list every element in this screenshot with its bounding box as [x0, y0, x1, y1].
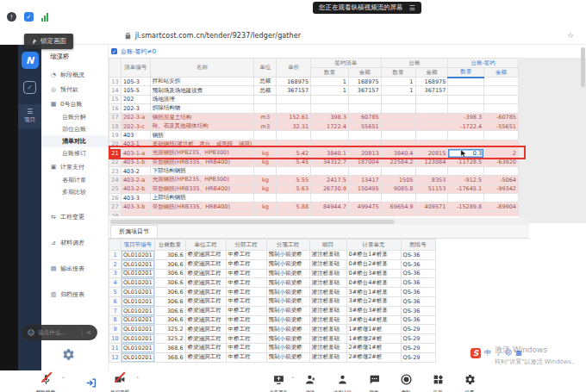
cell[interactable] — [415, 131, 448, 140]
url-text[interactable]: jl.smartcost.com.cn/tender/9237/ledger/g… — [135, 32, 301, 40]
cell[interactable]: QL010201 — [122, 251, 155, 260]
cell[interactable] — [254, 104, 277, 113]
cell[interactable]: 8353 — [415, 176, 448, 184]
cell[interactable]: 1722.4 — [311, 121, 349, 130]
cell[interactable]: 1 — [381, 86, 415, 95]
cell[interactable]: QL010201 — [122, 343, 155, 352]
cell[interactable] — [121, 211, 150, 216]
cell[interactable] — [448, 104, 484, 113]
mic-caret-icon[interactable]: ⌃ — [61, 376, 65, 382]
cell[interactable]: -99342 — [484, 184, 519, 193]
cell[interactable]: 150495 — [348, 184, 381, 193]
cell[interactable]: 桥梁涵洞工程 — [185, 343, 226, 352]
cell[interactable]: 预制小箱梁桥 — [266, 315, 309, 325]
cell[interactable]: m3 — [254, 121, 277, 130]
cell[interactable] — [348, 211, 381, 216]
cell[interactable]: 中桥工程 — [226, 315, 266, 325]
cell[interactable] — [277, 131, 311, 140]
cell[interactable] — [484, 166, 519, 175]
sidebar-item-4[interactable]: 部位台账 — [41, 123, 108, 135]
col-price[interactable]: 单价 — [277, 59, 311, 78]
cell[interactable]: 上部结构钢筋 — [150, 194, 254, 202]
signal-bars-icon[interactable] — [41, 13, 48, 22]
sidebar-item-10[interactable]: ⇆工程变更 — [41, 209, 108, 224]
cell[interactable] — [277, 211, 311, 216]
cell[interactable]: 168975 — [277, 78, 311, 86]
cell[interactable] — [381, 121, 415, 130]
cell[interactable]: 预制小箱梁桥 — [266, 278, 309, 288]
cell[interactable]: QL010201 — [122, 296, 155, 306]
cell[interactable]: 桥梁涵洞工程 — [185, 315, 226, 325]
cell[interactable]: 灌注桩基础 — [309, 315, 346, 325]
cell[interactable] — [348, 95, 381, 103]
cell[interactable]: 灌注桩基础 — [309, 269, 346, 278]
bookmark-star-icon[interactable]: ☆ — [567, 31, 574, 40]
cell[interactable]: 55651 — [348, 121, 381, 130]
list-item[interactable]: 3QL010201306.6桥梁涵洞工程中桥工程预制小箱梁桥灌注桩基础0#桥台3… — [109, 269, 436, 278]
horizontal-scrollbar[interactable] — [109, 218, 529, 225]
cell[interactable]: QS-36 — [401, 251, 435, 260]
bottom-col-3[interactable]: 分部工程 — [226, 240, 266, 251]
cell[interactable] — [484, 211, 519, 216]
table-row[interactable]: 13105-3拌和站安拆总额16897511689751168975 — [109, 78, 519, 86]
cell[interactable]: 0#桥台2#桩基 — [346, 259, 401, 269]
cell[interactable]: 0#桥台3#桩基 — [346, 269, 401, 278]
cell[interactable]: 桥梁涵洞工程 — [185, 334, 226, 344]
sidebar-item-12[interactable]: ▤输出报表 — [41, 261, 108, 276]
cell[interactable]: kg — [254, 176, 277, 184]
cell[interactable] — [415, 95, 448, 103]
cell[interactable]: 306.6 — [154, 306, 185, 315]
list-item[interactable]: 10QL010201325.2桥梁涵洞工程中桥工程预制小箱梁桥灌注桩基础1#桥墩… — [109, 334, 436, 344]
cell[interactable] — [381, 194, 415, 202]
cell[interactable]: QS-36 — [401, 315, 435, 325]
cell[interactable]: 367157 — [348, 86, 381, 95]
cell[interactable]: 中桥工程 — [226, 343, 266, 352]
cell[interactable] — [277, 104, 311, 113]
cell[interactable]: QL010201 — [122, 352, 155, 362]
cell[interactable]: 306.6 — [154, 315, 185, 325]
cell[interactable]: 预制小箱梁桥 — [266, 325, 309, 334]
cell[interactable]: 桥梁涵洞工程 — [185, 306, 226, 315]
cell[interactable]: 60785 — [348, 113, 381, 121]
ime-lang-icon[interactable]: 中 — [484, 348, 491, 358]
cell[interactable] — [415, 121, 448, 130]
start-video-button[interactable]: 开启视频 ⌃ — [105, 372, 134, 392]
toolbar-screen-share-button[interactable]: 共享屏幕⌃ — [265, 372, 291, 392]
sidebar-item-3[interactable]: 台账分解 — [41, 111, 108, 123]
cell[interactable]: 1#桥墩1#桩 — [346, 325, 401, 334]
cell[interactable]: 306.6 — [154, 251, 185, 260]
cell[interactable]: 1#桥墩2#桩 — [346, 334, 401, 344]
list-item[interactable]: 7QL010201306.6桥梁涵洞工程中桥工程预制小箱梁桥灌注桩基础3#桥台3… — [109, 306, 436, 315]
cell[interactable] — [484, 131, 519, 140]
list-item[interactable]: 9QL010201325.2桥梁涵洞工程中桥工程预制小箱梁桥灌注桩基础1#桥墩1… — [109, 325, 436, 334]
cell[interactable]: 灌注桩基础 — [309, 251, 346, 260]
cell[interactable] — [415, 166, 448, 175]
bottom-col-7[interactable]: 图纸号 — [401, 240, 435, 251]
cell[interactable]: 总额 — [254, 78, 277, 86]
cell[interactable] — [311, 104, 349, 113]
table-row[interactable]: 14105-5预制场及场地建设费总额36715713671571367157 — [109, 86, 519, 95]
cell[interactable]: 1 — [381, 78, 415, 86]
col-contract-qty[interactable]: 数量 — [311, 68, 349, 78]
cell[interactable]: 带肋钢筋(HRB335、HRB400) — [150, 202, 254, 211]
cell[interactable]: 灌注桩基础 — [309, 306, 346, 315]
list-item[interactable]: 1QL010201306.6桥梁涵洞工程中桥工程预制小箱梁桥灌注桩基础0#桥台1… — [109, 251, 436, 260]
cell[interactable]: 152.61 — [277, 113, 311, 121]
sidebar-item-2[interactable]: ▦0号台账 — [41, 96, 108, 111]
cell[interactable] — [415, 211, 448, 216]
cell[interactable]: 中桥工程 — [226, 306, 266, 315]
tab-project-section[interactable]: 所属项目节 — [110, 225, 158, 238]
cell[interactable]: kg — [254, 184, 277, 193]
cell[interactable]: 202-3 — [121, 104, 150, 113]
cell[interactable]: 灌注桩基础 — [309, 296, 346, 306]
vertical-scrollbar[interactable] — [581, 47, 585, 366]
cell[interactable]: 403-2-a — [121, 176, 150, 184]
list-item[interactable]: 2QL010201306.6桥梁涵洞工程中桥工程预制小箱梁桥灌注桩基础0#桥台2… — [109, 259, 436, 269]
cell[interactable]: 预制小箱梁桥 — [266, 334, 309, 344]
cell[interactable]: QL010201 — [122, 306, 155, 315]
cell[interactable]: QL010201 — [122, 315, 155, 325]
cell[interactable]: kg — [254, 202, 277, 211]
cell[interactable]: 306.6 — [154, 288, 185, 297]
cell[interactable]: 2#桥墩2#桩 — [346, 352, 401, 362]
cell[interactable]: QL010201 — [122, 269, 155, 278]
